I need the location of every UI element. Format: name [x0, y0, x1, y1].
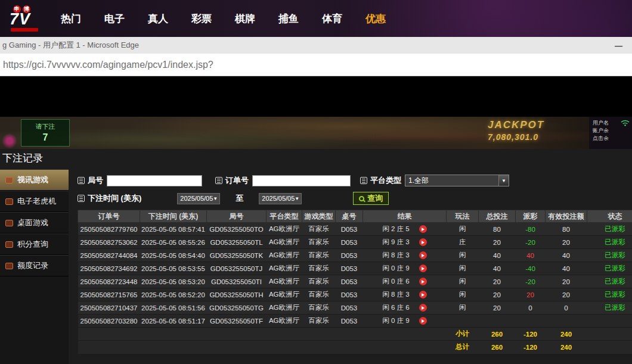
wifi-icon: [621, 119, 630, 126]
cell-round-id: GD053255050TI: [207, 275, 267, 288]
round-input[interactable]: [107, 175, 202, 186]
page-black-band: [0, 76, 632, 117]
browser-address-bar[interactable]: https://gci.7vvvvvv.com/agingame/pcv1/in…: [0, 54, 632, 76]
sidebar-item[interactable]: 额度记录: [0, 255, 69, 276]
play-result-button[interactable]: [419, 265, 427, 272]
cell-status: 已派彩: [587, 249, 632, 262]
play-result-button[interactable]: [419, 251, 427, 259]
column-header: 下注时间 (美东): [140, 210, 207, 223]
sidebar-item-label: 额度记录: [17, 260, 48, 271]
subtotal-total-bet: 260: [479, 328, 516, 341]
nav-item-sports[interactable]: 体育: [322, 12, 342, 26]
cell-round-id: GD053255050TG: [207, 301, 267, 315]
records-icon: [5, 263, 13, 269]
browser-title-bar: g Gaming - 用户配置 1 - Microsoft Edge —: [0, 37, 632, 54]
table-game-icon: [5, 220, 13, 226]
play-result-button[interactable]: [419, 278, 427, 285]
cell-result: 闲 0 庄 6: [363, 275, 447, 288]
cell-game-type: 百家乐: [302, 223, 336, 236]
sidebar-item[interactable]: 积分查询: [0, 234, 69, 255]
platform-label: 平台类型: [360, 175, 401, 186]
play-result-button[interactable]: [419, 304, 427, 312]
table-row: 250505082779760 2025-05-05 08:57:41 GD05…: [78, 223, 632, 236]
play-result-button[interactable]: [419, 291, 427, 298]
cell-round-id: GD053255050TK: [207, 249, 267, 262]
cell-result: 闲 9 庄 3: [363, 236, 447, 249]
column-header: 有效投注额: [546, 210, 587, 223]
round-filter: 局号: [78, 175, 202, 186]
cell-total-bet: 20: [479, 236, 516, 249]
sidebar-item[interactable]: 桌面游戏: [0, 212, 69, 234]
play-result-button[interactable]: [419, 225, 427, 233]
minimize-button[interactable]: —: [615, 41, 622, 50]
platform-selected-value: 1.全部: [408, 176, 429, 186]
cell-status: 已派彩: [587, 301, 632, 315]
nav-item-lottery[interactable]: 彩票: [191, 12, 212, 26]
result-text: 闲 6 庄 6: [382, 303, 409, 312]
nav-item-promo[interactable]: 优惠: [365, 12, 386, 26]
platform-select[interactable]: 1.全部 ▼: [405, 175, 509, 186]
date-to-select[interactable]: 2025/05/05 ▼: [259, 193, 302, 204]
user-info-line: 点击余: [593, 135, 631, 142]
cell-valid-bet: 40: [546, 249, 587, 262]
cell-status: 已派彩: [587, 262, 632, 275]
subtotal-status-spacer: [587, 328, 632, 341]
cell-game-type: 百家乐: [302, 301, 336, 315]
play-result-button[interactable]: [419, 317, 427, 325]
bet-countdown: 7: [21, 132, 69, 143]
column-header: 局号: [207, 210, 267, 223]
date-to-value: 2025/05/05: [262, 195, 295, 202]
cell-status: 已派彩: [587, 288, 632, 301]
nav-item-slots[interactable]: 电子: [104, 12, 125, 26]
screen: 申 博 7V 热门电子真人彩票棋牌捕鱼体育优惠 g Gaming - 用户配置 …: [0, 0, 632, 364]
window-title: g Gaming - 用户配置 1 - Microsoft Edge: [2, 40, 139, 51]
jackpot-value: 7,080,301.0: [488, 132, 544, 142]
cell-valid-bet: [546, 315, 587, 328]
cell-bet-time: 2025-05-05 08:51:56: [140, 301, 207, 315]
table-summary: 小计 260 -120 240 总计 260 -120 240: [78, 328, 632, 354]
sidebar-item[interactable]: 电子老虎机: [0, 191, 69, 212]
search-button[interactable]: 查询: [353, 192, 389, 205]
sidebar-item-label: 电子老虎机: [17, 196, 56, 207]
nav-item-hot[interactable]: 热门: [61, 12, 81, 26]
total-spacer: [78, 341, 447, 354]
cell-platform: AG欧洲厅: [267, 236, 302, 249]
points-icon: [5, 241, 13, 248]
subtotal-valid-bet: 240: [546, 328, 587, 341]
column-header: 总投注: [479, 210, 516, 223]
cell-bet-time: 2025-05-05 08:53:55: [140, 262, 207, 275]
nav-item-fishing[interactable]: 捕鱼: [278, 12, 299, 26]
cell-round-id: GD053255050TF: [207, 315, 267, 328]
nav-item-live[interactable]: 真人: [148, 12, 168, 26]
cell-table-no: D053: [336, 275, 363, 288]
cell-platform: AG欧洲厅: [267, 301, 302, 315]
site-logo[interactable]: 申 博 7V: [0, 5, 52, 32]
result-text: 闲 0 庄 9: [382, 264, 409, 273]
cell-total-bet: 40: [479, 249, 516, 262]
total-payout: -120: [516, 341, 546, 354]
sidebar-item-label: 视讯游戏: [17, 175, 48, 185]
sidebar-item-label: 积分查询: [17, 239, 48, 250]
user-info-line: 账户余: [593, 127, 631, 135]
cell-order-number: 250505082744084: [78, 249, 140, 262]
date-label: 下注时间 (美东): [78, 193, 141, 204]
play-icon: [422, 228, 425, 231]
date-from-caret-icon: ▼: [213, 196, 218, 201]
sidebar-item[interactable]: 视讯游戏: [0, 169, 69, 191]
date-from-select[interactable]: 2025/05/05 ▼: [177, 193, 220, 204]
order-input[interactable]: [252, 175, 351, 186]
order-doc-icon: [215, 177, 222, 184]
play-result-button[interactable]: [419, 238, 427, 246]
cell-result: 闲 8 庄 3: [363, 249, 447, 262]
cell-table-no: D053: [336, 288, 363, 301]
records-content: 视讯游戏电子老虎机桌面游戏积分查询额度记录 局号 订单号: [0, 169, 632, 364]
result-text: 闲 2 庄 5: [382, 225, 409, 234]
table-row: 250505082723448 2025-05-05 08:53:20 GD05…: [78, 275, 632, 288]
date-to-label: 至: [236, 193, 243, 204]
cell-game-type: 百家乐: [302, 236, 336, 249]
cell-payout: 40: [516, 249, 546, 262]
cell-game-type: 百家乐: [302, 288, 336, 301]
nav-item-board[interactable]: 棋牌: [235, 12, 255, 26]
cell-bet-time: 2025-05-05 08:51:17: [140, 315, 207, 328]
play-icon: [422, 306, 425, 310]
